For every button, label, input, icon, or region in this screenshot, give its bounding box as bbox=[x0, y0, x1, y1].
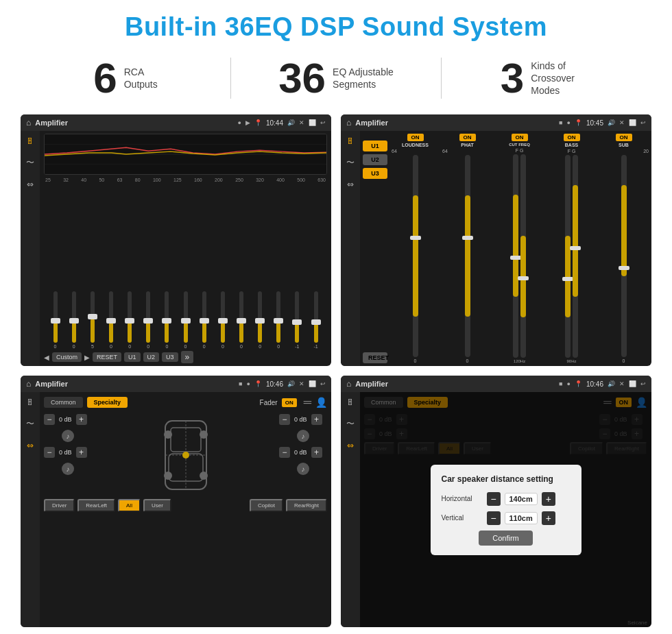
ch-cutfreq-on[interactable]: ON bbox=[512, 134, 528, 141]
screen3-person-icon: 👤 bbox=[315, 397, 327, 408]
screen2-time: 10:45 bbox=[586, 119, 603, 127]
screen2-wave-icon[interactable]: 〜 bbox=[346, 157, 355, 169]
screen3-split-icon[interactable]: ⇔ bbox=[27, 441, 34, 450]
fader-fl-plus[interactable]: + bbox=[76, 414, 87, 425]
screen3-eq-icon[interactable]: 🎚 bbox=[26, 398, 34, 407]
screen2-u2-btn[interactable]: U2 bbox=[363, 154, 387, 165]
fader-rl-plus[interactable]: + bbox=[76, 447, 87, 458]
eq-more-btn[interactable]: » bbox=[181, 351, 194, 363]
sidebar-eq-icon[interactable]: 🎚 bbox=[26, 136, 34, 146]
ch-loudness-on[interactable]: ON bbox=[407, 134, 424, 141]
eq-u2-btn[interactable]: U2 bbox=[143, 352, 160, 362]
ch-bass-on[interactable]: ON bbox=[564, 134, 580, 141]
screen3-on-toggle[interactable]: ON bbox=[282, 398, 297, 407]
dialog-vertical-minus[interactable]: − bbox=[487, 511, 501, 525]
screen3-home-icon[interactable]: ⌂ bbox=[26, 379, 31, 389]
eq-reset-btn[interactable]: RESET bbox=[93, 352, 121, 362]
screen2-body: 🎚 〜 ⇔ U1 U2 U3 RESET bbox=[341, 131, 651, 366]
screen3-specialty-tab[interactable]: Specialty bbox=[87, 397, 128, 408]
screen3-dot2-icon: ● bbox=[247, 380, 250, 387]
ch-phat-on[interactable]: ON bbox=[459, 134, 476, 141]
screen4-fader-area: Common Specialty ═ ON 👤 − 0 dB + bbox=[360, 392, 651, 627]
eq-back-btn[interactable]: ◀ bbox=[44, 354, 49, 361]
screen4-home-icon[interactable]: ⌂ bbox=[346, 379, 351, 389]
stat-eq-number: 36 bbox=[278, 57, 326, 99]
screen2-reset-btn[interactable]: RESET bbox=[363, 352, 387, 363]
stat-eq: 36 EQ AdjustableSegments bbox=[231, 57, 441, 99]
ch-sub: ON SUB 20 0 bbox=[599, 134, 649, 363]
fader-rl-val: 0 dB bbox=[59, 449, 72, 456]
eq-custom-btn[interactable]: Custom bbox=[52, 352, 82, 362]
eq-u1-btn[interactable]: U1 bbox=[124, 352, 141, 362]
screen2-split-icon[interactable]: ⇔ bbox=[347, 180, 354, 189]
svg-point-14 bbox=[164, 430, 172, 439]
screen4-back-icon[interactable]: ↩ bbox=[640, 380, 646, 387]
screen3-x-icon: ✕ bbox=[299, 380, 304, 387]
dialog-horizontal-plus[interactable]: + bbox=[542, 492, 555, 506]
ch-loudness: ON LOUDNESS 64 0 bbox=[390, 134, 440, 363]
eq-play-btn[interactable]: ▶ bbox=[84, 354, 90, 361]
dialog-vertical-plus[interactable]: + bbox=[542, 511, 555, 525]
screen2-back-icon[interactable]: ↩ bbox=[640, 119, 646, 126]
dialog-vertical-val: 110cm bbox=[505, 512, 538, 524]
eq-u3-btn[interactable]: U3 bbox=[162, 352, 178, 362]
fader-fr-minus[interactable]: − bbox=[279, 414, 290, 425]
fader-fr-plus[interactable]: + bbox=[311, 414, 322, 425]
svg-point-15 bbox=[200, 430, 208, 439]
screen3-driver-btn[interactable]: Driver bbox=[44, 499, 75, 512]
screen4-split-icon[interactable]: ⇔ bbox=[347, 441, 354, 450]
screen1-back-icon[interactable]: ↩ bbox=[320, 119, 326, 126]
screen3-dot-icon: ■ bbox=[239, 380, 242, 387]
screen4-eq-icon[interactable]: 🎚 bbox=[346, 398, 355, 407]
screen3-bottom: Driver RearLeft All User Copilot RearRig… bbox=[44, 499, 327, 512]
fader-rl-minus[interactable]: − bbox=[44, 447, 55, 458]
screen2-u3-btn[interactable]: U3 bbox=[363, 168, 387, 179]
dialog-confirm-button[interactable]: Confirm bbox=[479, 531, 533, 546]
fader-rr-minus[interactable]: − bbox=[279, 447, 290, 458]
freq-32: 32 bbox=[63, 178, 69, 182]
ch-cutfreq-label: CUT FREQ bbox=[509, 143, 530, 147]
ch-sub-on[interactable]: ON bbox=[616, 134, 632, 141]
dialog-horizontal-minus[interactable]: − bbox=[487, 492, 501, 506]
screen2-pin-icon: 📍 bbox=[575, 119, 582, 126]
fader-rr-plus[interactable]: + bbox=[311, 447, 322, 458]
screens-grid: ⌂ Amplifier ● ▶ 📍 10:44 🔊 ✕ ⬜ ↩ 🎚 〜 ⇔ bbox=[21, 114, 651, 627]
screen2-vol-icon: 🔊 bbox=[608, 119, 615, 126]
screen1-home-icon[interactable]: ⌂ bbox=[26, 118, 31, 127]
screen3-sidebar: 🎚 〜 ⇔ bbox=[21, 392, 40, 627]
screen2-header: ⌂ Amplifier ■ ● 📍 10:45 🔊 ✕ ⬜ ↩ bbox=[341, 114, 651, 131]
screen1-body: 🎚 〜 ⇔ bbox=[21, 131, 331, 366]
screen3-time: 10:46 bbox=[266, 380, 283, 388]
car-speaker-dialog: Car speaker distance setting Horizontal … bbox=[431, 465, 581, 555]
screen2-reset-area: RESET bbox=[363, 311, 387, 363]
eq-slider-9: 0 bbox=[195, 291, 213, 349]
screen3-all-btn[interactable]: All bbox=[118, 499, 141, 512]
stat-crossover: 3 Kinds ofCrossover Modes bbox=[442, 57, 651, 99]
screen1-vol-icon: 🔊 bbox=[287, 119, 295, 126]
screen3-copilot-btn[interactable]: Copilot bbox=[250, 499, 283, 512]
screen3-user-btn[interactable]: User bbox=[143, 499, 171, 512]
car-svg bbox=[152, 414, 220, 496]
screen2-eq-icon[interactable]: 🎚 bbox=[346, 136, 355, 146]
eq-slider-11: 0 bbox=[232, 291, 250, 349]
screen4-win-icon: ⬜ bbox=[629, 380, 636, 387]
eq-slider-1: 0 bbox=[47, 291, 64, 349]
screen4-dot2-icon: ● bbox=[567, 380, 571, 387]
screen2-home-icon[interactable]: ⌂ bbox=[346, 118, 351, 127]
fader-rr-val: 0 dB bbox=[294, 449, 307, 456]
screen3-back-icon[interactable]: ↩ bbox=[320, 380, 326, 387]
screen3-common-tab[interactable]: Common bbox=[44, 397, 83, 408]
screen3-rearright-btn[interactable]: RearRight bbox=[286, 499, 327, 512]
sidebar-wave-icon[interactable]: 〜 bbox=[26, 157, 34, 169]
screen4-wave-icon[interactable]: 〜 bbox=[346, 418, 355, 430]
screen3-wave-icon[interactable]: 〜 bbox=[26, 418, 34, 430]
fader-fl-minus[interactable]: − bbox=[44, 414, 55, 425]
screen3-left-controls: − 0 dB + ♪ − 0 dB + bbox=[44, 414, 92, 496]
screen2-u1-btn[interactable]: U1 bbox=[363, 141, 387, 151]
eq-graph-svg bbox=[45, 134, 326, 174]
stat-rca-number: 6 bbox=[93, 57, 117, 99]
screen3-rearleft-btn[interactable]: RearLeft bbox=[77, 499, 115, 512]
sidebar-split-icon[interactable]: ⇔ bbox=[27, 180, 34, 189]
eq-graph bbox=[44, 134, 327, 175]
screen2-dot-icon: ■ bbox=[559, 119, 562, 126]
